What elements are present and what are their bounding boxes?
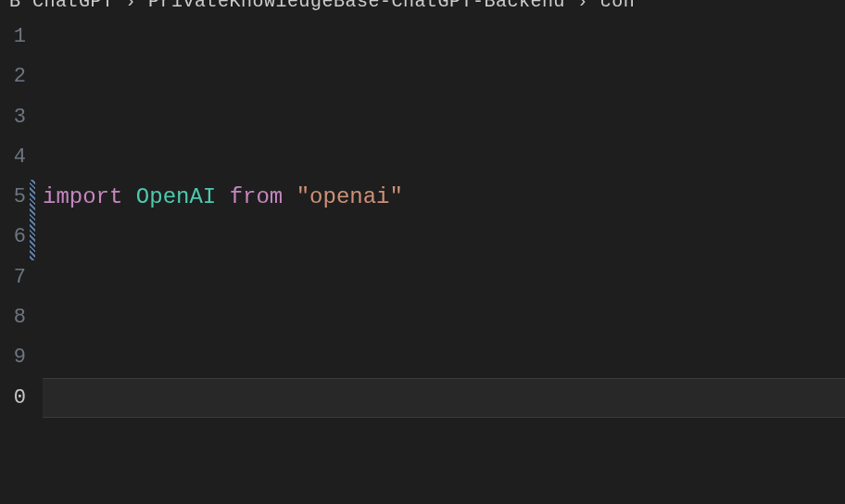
line-number[interactable]: 5: [0, 177, 26, 217]
scm-modified-indicator: [30, 180, 35, 260]
string-quote: ": [296, 184, 309, 209]
active-line-highlight: [43, 378, 845, 418]
code-line[interactable]: const openai = new OpenAI({: [43, 498, 845, 504]
line-number[interactable]: 7: [0, 258, 26, 297]
code-line[interactable]: [43, 337, 845, 377]
line-number[interactable]: 3: [0, 97, 26, 137]
breadcrumb-seg[interactable]: B ChatGPT: [9, 0, 114, 12]
breadcrumb-seg[interactable]: con: [600, 0, 636, 12]
line-number[interactable]: 8: [0, 297, 26, 337]
line-number[interactable]: 4: [0, 137, 26, 177]
code-editor[interactable]: 1 2 3 4 5 6 7 8 9 0 import OpenAI from "…: [0, 17, 845, 504]
keyword-from: from: [230, 184, 284, 209]
breadcrumb-sep: ›: [565, 0, 600, 12]
string-quote: ": [390, 184, 403, 209]
identifier-class: OpenAI: [136, 184, 216, 209]
breadcrumb[interactable]: B ChatGPT › PrivateKnowledgeBase-ChatGPT…: [0, 0, 845, 17]
line-number[interactable]: 2: [0, 57, 26, 96]
line-number[interactable]: 0: [0, 378, 26, 418]
line-number[interactable]: 6: [0, 217, 26, 257]
breadcrumb-seg[interactable]: PrivateKnowledgeBase-ChatGPT-Backend: [148, 0, 565, 12]
code-line[interactable]: import OpenAI from "openai": [43, 177, 845, 217]
line-number[interactable]: 1: [0, 17, 26, 57]
code-area[interactable]: import OpenAI from "openai" const openai…: [43, 17, 845, 504]
string-literal: openai: [309, 184, 389, 209]
breadcrumb-sep: ›: [114, 0, 149, 12]
line-number-gutter[interactable]: 1 2 3 4 5 6 7 8 9 0: [0, 17, 43, 504]
keyword-import: import: [43, 184, 122, 209]
line-number[interactable]: 9: [0, 337, 26, 377]
